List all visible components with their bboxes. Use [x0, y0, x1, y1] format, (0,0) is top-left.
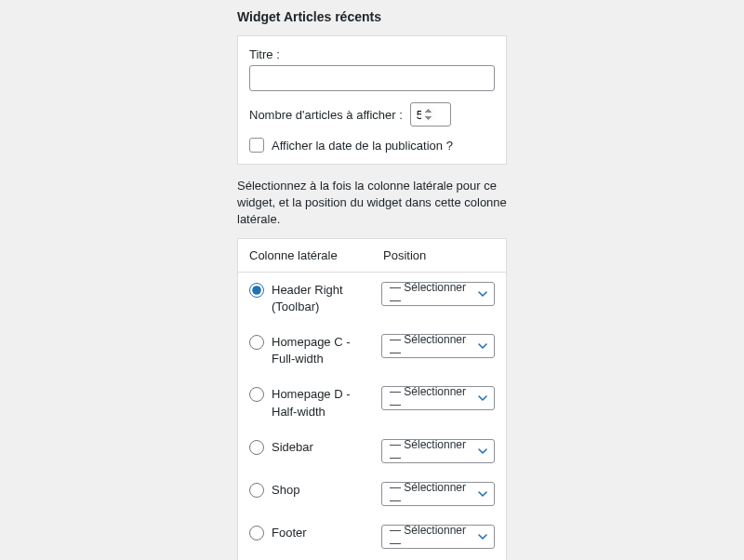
position-select[interactable]: — Sélectionner —: [381, 482, 495, 506]
position-select-wrap: — Sélectionner —: [381, 282, 495, 306]
position-select-wrap: — Sélectionner —: [381, 482, 495, 506]
count-label: Nombre d'articles à afficher :: [249, 108, 403, 122]
position-select[interactable]: — Sélectionner —: [381, 282, 495, 306]
sidebar-radio[interactable]: [249, 440, 264, 455]
panel-heading: Widget Articles récents: [237, 9, 507, 24]
sidebar-row: Footer— Sélectionner —: [238, 515, 506, 558]
position-select-wrap: — Sélectionner —: [381, 386, 495, 410]
sidebar-label: Shop: [272, 482, 374, 499]
sidebar-row: Shop— Sélectionner —: [238, 473, 506, 515]
position-select-value: — Sélectionner —: [390, 481, 473, 507]
position-select-value: — Sélectionner —: [390, 524, 473, 550]
position-select-wrap: — Sélectionner —: [381, 525, 495, 549]
sidebar-label: Header Right (Toolbar): [272, 282, 374, 315]
chevron-down-icon: [477, 446, 488, 457]
sidebar-radio[interactable]: [249, 335, 264, 350]
chevron-down-icon: [477, 488, 488, 500]
position-select-wrap: — Sélectionner —: [381, 334, 495, 358]
sidebar-label: Homepage D - Half-width: [272, 386, 374, 420]
chevron-down-icon: [477, 393, 488, 404]
show-date-checkbox[interactable]: [249, 138, 264, 153]
sidebars-table-header: Colonne latérale Position: [238, 239, 506, 273]
position-select[interactable]: — Sélectionner —: [381, 439, 495, 463]
sidebar-radio[interactable]: [249, 387, 264, 402]
position-select[interactable]: — Sélectionner —: [381, 525, 495, 549]
sidebar-row: Header Right (Toolbar)— Sélectionner —: [238, 273, 506, 325]
position-select-value: — Sélectionner —: [390, 438, 473, 464]
position-select[interactable]: — Sélectionner —: [381, 334, 495, 358]
position-select-wrap: — Sélectionner —: [381, 439, 495, 463]
col-header-position: Position: [383, 248, 495, 262]
widget-form: Titre : Nombre d'articles à afficher : A…: [237, 35, 507, 165]
sidebar-row: Homepage D - Half-width— Sélectionner —: [238, 377, 506, 429]
position-select-value: — Sélectionner —: [390, 385, 473, 411]
count-input[interactable]: [410, 102, 451, 127]
chevron-down-icon: [477, 288, 488, 300]
show-date-label: Afficher la date de la publication ?: [272, 139, 453, 153]
widget-add-panel: Widget Articles récents Titre : Nombre d…: [237, 9, 507, 560]
col-header-sidebar: Colonne latérale: [249, 248, 383, 262]
sidebar-label: Sidebar: [272, 439, 374, 456]
sidebar-label: Footer: [272, 525, 374, 541]
sidebar-row: Sidebar— Sélectionner —: [238, 430, 506, 473]
position-select-value: — Sélectionner —: [390, 281, 473, 307]
title-input[interactable]: [249, 65, 495, 91]
chevron-down-icon: [477, 531, 488, 542]
sidebar-row: Homepage C - Full-width— Sélectionner —: [238, 325, 506, 377]
sidebar-radio[interactable]: [249, 526, 264, 540]
title-label: Titre :: [249, 47, 495, 61]
sidebar-radio[interactable]: [249, 483, 264, 498]
sidebars-table: Colonne latérale Position Header Right (…: [237, 238, 507, 560]
sidebar-label: Homepage C - Full-width: [272, 334, 374, 367]
chevron-down-icon: [477, 340, 488, 352]
position-select-value: — Sélectionner —: [390, 333, 473, 359]
sidebar-radio[interactable]: [249, 283, 264, 298]
position-select[interactable]: — Sélectionner —: [381, 386, 495, 410]
help-text: Sélectionnez à la fois la colonne latéra…: [237, 178, 507, 229]
